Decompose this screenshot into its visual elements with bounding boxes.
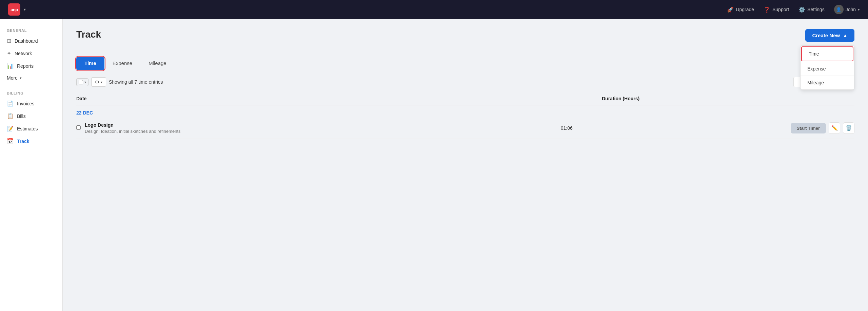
table-toolbar: ▾ ⚙ ▾ Showing all 7 time entries 🔍 (76, 77, 854, 87)
create-new-dropdown: Time Expense Mileage (800, 45, 854, 90)
settings-nav-item[interactable]: ⚙️ Settings (798, 6, 825, 13)
rocket-icon: 🚀 (727, 6, 734, 13)
start-timer-button[interactable]: Start Timer (791, 123, 826, 133)
estimates-icon: 📝 (7, 125, 14, 132)
support-nav-item[interactable]: ❓ Support (764, 6, 789, 13)
tab-time[interactable]: Time (76, 57, 104, 70)
select-all-checkbox-wrapper[interactable]: ▾ (76, 78, 88, 86)
network-icon: ✦ (7, 50, 11, 57)
edit-icon: ✏️ (831, 125, 838, 131)
dashboard-icon: ⊞ (7, 38, 11, 44)
sidebar-item-reports[interactable]: 📊 Reports (0, 60, 62, 72)
dropdown-item-mileage[interactable]: Mileage (801, 76, 854, 89)
track-tabs: Time Expense Mileage (76, 57, 854, 70)
gear-settings-icon: ⚙ (95, 79, 99, 85)
more-menu-item[interactable]: More ▾ (0, 72, 62, 84)
sidebar-item-invoices[interactable]: 📄 Invoices (0, 97, 62, 110)
gear-dropdown-icon: ▾ (101, 80, 102, 84)
user-chevron-icon: ▾ (858, 7, 860, 12)
col-date-header: Date (76, 96, 581, 101)
billing-section-label: BILLING (0, 88, 62, 97)
sidebar-item-network[interactable]: ✦ Network (0, 47, 62, 60)
gear-settings-button[interactable]: ⚙ ▾ (91, 77, 106, 87)
delete-entry-button[interactable]: 🗑️ (843, 122, 854, 134)
page-title: Track (76, 29, 101, 40)
header-divider (76, 50, 854, 50)
entry-checkbox[interactable] (76, 125, 81, 130)
entry-checkbox-wrapper[interactable] (76, 125, 81, 131)
table-row: Logo Design Design: Ideation, initial sk… (76, 118, 854, 139)
entry-name: Logo Design (85, 122, 536, 128)
gear-icon: ⚙️ (798, 6, 805, 13)
page-header: Track Create New ▲ Time Expense Mileage (76, 29, 854, 42)
table-header: Date Duration (Hours) (76, 92, 854, 105)
sidebar-item-dashboard[interactable]: ⊞ Dashboard (0, 35, 62, 47)
nav-right-area: 🚀 Upgrade ❓ Support ⚙️ Settings 👤 John ▾ (727, 5, 860, 14)
top-nav: anp ▾ 🚀 Upgrade ❓ Support ⚙️ Settings 👤 … (0, 0, 868, 19)
entry-info: Logo Design Design: Ideation, initial sk… (85, 122, 536, 134)
track-icon: 📅 (7, 138, 14, 144)
trash-icon: 🗑️ (846, 125, 852, 131)
main-content: Track Create New ▲ Time Expense Mileage … (63, 19, 868, 311)
upgrade-nav-item[interactable]: 🚀 Upgrade (727, 6, 754, 13)
sidebar-item-estimates[interactable]: 📝 Estimates (0, 122, 62, 135)
nav-logo-area: anp ▾ (8, 3, 26, 16)
invoices-icon: 📄 (7, 100, 14, 107)
sidebar: GENERAL ⊞ Dashboard ✦ Network 📊 Reports … (0, 19, 63, 311)
help-icon: ❓ (764, 6, 770, 13)
sidebar-item-bills[interactable]: 📋 Bills (0, 110, 62, 122)
entry-duration: 01:06 (540, 125, 787, 131)
entry-description: Design: Ideation, initial sketches and r… (85, 129, 536, 134)
showing-entries-text: Showing all 7 time entries (109, 79, 163, 85)
bills-icon: 📋 (7, 113, 14, 119)
create-new-container: Create New ▲ Time Expense Mileage (805, 29, 854, 42)
checkbox-dropdown-icon[interactable]: ▾ (84, 80, 86, 84)
logo-chevron-icon[interactable]: ▾ (24, 7, 26, 12)
create-new-chevron-icon: ▲ (843, 33, 848, 38)
col-duration-header: Duration (Hours) (581, 96, 854, 101)
more-chevron-icon: ▾ (20, 76, 22, 80)
create-new-button[interactable]: Create New ▲ (805, 29, 854, 42)
edit-entry-button[interactable]: ✏️ (829, 122, 840, 134)
toolbar-left: ▾ ⚙ ▾ Showing all 7 time entries (76, 77, 163, 87)
general-section-label: GENERAL (0, 26, 62, 35)
avatar: 👤 (834, 5, 844, 14)
app-layout: GENERAL ⊞ Dashboard ✦ Network 📊 Reports … (0, 19, 868, 311)
app-logo[interactable]: anp (8, 3, 20, 16)
sidebar-item-track[interactable]: 📅 Track (0, 135, 62, 147)
dropdown-item-time[interactable]: Time (801, 46, 853, 61)
dropdown-item-expense[interactable]: Expense (801, 62, 854, 76)
tab-mileage[interactable]: Mileage (140, 57, 175, 70)
user-menu[interactable]: 👤 John ▾ (834, 5, 860, 14)
reports-icon: 📊 (7, 63, 14, 69)
tab-expense[interactable]: Expense (104, 57, 140, 70)
date-group-label: 22 DEC (76, 105, 854, 118)
select-all-checkbox[interactable] (79, 80, 83, 84)
entry-actions: Start Timer ✏️ 🗑️ (791, 122, 854, 134)
